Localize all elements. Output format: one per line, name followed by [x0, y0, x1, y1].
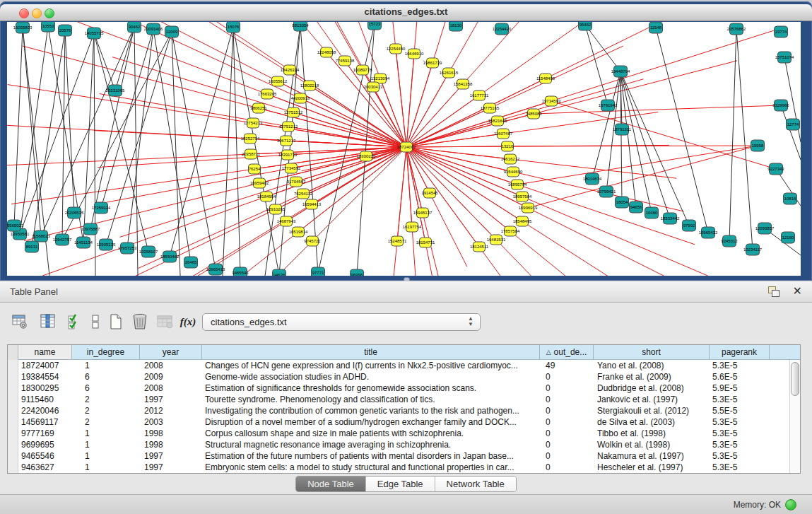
table-cell-pagerank[interactable]: 5.3E-5	[710, 428, 770, 438]
column-header-in_degree[interactable]: in_degree	[72, 345, 140, 360]
graph-edge[interactable]	[406, 147, 596, 276]
table-cell-in_degree[interactable]: 2	[72, 395, 140, 404]
graph-edge[interactable]	[170, 27, 233, 257]
row-header[interactable]	[8, 428, 18, 439]
float-panel-icon[interactable]	[768, 286, 779, 296]
table-cell-title[interactable]: Embryonic stem cells: a model to study s…	[202, 462, 540, 472]
graph-edge[interactable]	[406, 22, 553, 147]
table-cell-out_degree[interactable]: 0	[540, 417, 594, 427]
graph-edge[interactable]	[62, 30, 65, 240]
table-cell-short[interactable]: Yano et al. (2008)	[594, 361, 710, 370]
graph-edge[interactable]	[94, 33, 115, 90]
table-cell-year[interactable]: 1997	[140, 395, 202, 404]
graph-edge[interactable]	[153, 29, 191, 262]
table-cell-title[interactable]: Structural magnetic resonance image aver…	[202, 440, 540, 450]
table-cell-short[interactable]: Hescheler et al. (1997)	[594, 462, 710, 472]
graph-edge[interactable]	[585, 25, 608, 105]
graph-edge[interactable]	[528, 146, 758, 208]
network-canvas[interactable]: 1872400716055803105532057614055735904622…	[7, 22, 801, 276]
graph-edge[interactable]	[382, 147, 406, 276]
table-cell-out_degree[interactable]: 0	[540, 428, 594, 438]
graph-edge[interactable]	[729, 29, 736, 241]
deselect-all-icon[interactable]	[86, 312, 106, 332]
graph-edge[interactable]	[14, 28, 23, 226]
table-cell-out_degree[interactable]: 0	[540, 406, 594, 416]
graph-edge[interactable]	[406, 146, 507, 147]
graph-edge[interactable]	[310, 86, 406, 147]
table-cell-pagerank[interactable]: 5.5E-5	[710, 406, 770, 416]
table-cell-in_degree[interactable]: 1	[72, 428, 140, 438]
graph-edge[interactable]	[172, 32, 216, 269]
graph-edge[interactable]	[20, 33, 94, 234]
show-columns-icon[interactable]	[38, 312, 58, 332]
tab-edge-table[interactable]: Edge Table	[366, 477, 435, 491]
table-row[interactable]: 2242004622012Investigating the contribut…	[8, 405, 790, 416]
table-cell-short[interactable]: Stergiakouli et al. (2012)	[594, 406, 710, 416]
table-cell-title[interactable]: Estimation of the future numbers of pati…	[202, 451, 540, 461]
citation-network-graph[interactable]: 1872400716055803105532057614055735904622…	[7, 22, 801, 276]
table-cell-name[interactable]: 9465546	[18, 451, 72, 461]
table-cell-name[interactable]: 9777169	[18, 428, 72, 438]
column-header-pagerank[interactable]: pagerank	[710, 345, 770, 360]
window-title-bar[interactable]: citations_edges.txt	[0, 4, 812, 21]
table-cell-name[interactable]: 9463627	[18, 462, 72, 472]
table-cell-short[interactable]: Jankovic et al. (1997)	[594, 395, 710, 404]
graph-edge[interactable]	[233, 27, 240, 273]
row-header[interactable]	[8, 450, 18, 462]
table-row[interactable]: 946362711997Embryonic stem cells: a mode…	[8, 462, 790, 473]
table-cell-in_degree[interactable]: 2	[72, 406, 140, 416]
table-cell-name[interactable]: 9115460	[18, 395, 72, 404]
table-cell-in_degree[interactable]: 1	[72, 451, 140, 461]
table-cell-title[interactable]: Tourette syndrome. Phenomenology and cla…	[202, 395, 540, 404]
row-header[interactable]	[8, 405, 18, 416]
graph-edge[interactable]	[406, 101, 551, 147]
row-header[interactable]	[8, 371, 18, 382]
table-cell-in_degree[interactable]: 6	[72, 372, 140, 382]
table-cell-name[interactable]: 19384554	[18, 372, 72, 382]
table-cell-pagerank[interactable]: 5.3E-5	[710, 451, 770, 461]
graph-edge[interactable]	[303, 147, 406, 194]
table-cell-in_degree[interactable]: 6	[72, 383, 140, 393]
table-cell-pagerank[interactable]: 5.9E-5	[710, 383, 770, 393]
table-cell-year[interactable]: 1998	[140, 440, 202, 450]
table-cell-title[interactable]: Corpus callosum shape and size in male p…	[202, 428, 540, 438]
function-builder-icon[interactable]: f(x)	[178, 312, 198, 332]
graph-edge[interactable]	[406, 95, 479, 147]
graph-edge[interactable]	[736, 29, 753, 250]
graph-edge[interactable]	[406, 22, 596, 147]
table-cell-pagerank[interactable]: 5.3E-5	[710, 395, 770, 404]
graph-edge[interactable]	[94, 33, 148, 252]
table-cell-short[interactable]: Franke et al. (2009)	[594, 372, 710, 382]
row-header[interactable]	[8, 462, 18, 473]
table-cell-year[interactable]: 2008	[140, 361, 202, 370]
table-options-icon[interactable]	[10, 312, 30, 332]
table-cell-year[interactable]: 1998	[140, 428, 202, 438]
tab-network-table[interactable]: Network Table	[435, 477, 516, 491]
row-header[interactable]	[8, 360, 18, 371]
tab-node-table[interactable]: Node Table	[296, 477, 366, 491]
vertical-scrollbar[interactable]	[789, 360, 800, 474]
table-network-selector[interactable]: citations_edges.txt ▲▼	[202, 313, 481, 331]
table-cell-short[interactable]: Dudbridge et al. (2008)	[594, 383, 710, 393]
table-cell-out_degree[interactable]: 0	[540, 383, 594, 393]
table-cell-in_degree[interactable]: 1	[72, 440, 140, 450]
close-panel-icon[interactable]: ✕	[793, 284, 802, 298]
column-header-year[interactable]: year	[140, 345, 202, 360]
graph-edge[interactable]	[65, 30, 74, 213]
create-column-icon[interactable]	[106, 312, 126, 332]
graph-edge[interactable]	[406, 114, 534, 147]
graph-edge[interactable]	[517, 146, 758, 185]
table-cell-short[interactable]: Wolkin et al. (1998)	[594, 440, 710, 450]
graph-edge[interactable]	[66, 147, 406, 276]
table-cell-short[interactable]: Tibbo et al. (1998)	[594, 428, 710, 438]
table-cell-name[interactable]: 18724007	[18, 361, 72, 370]
table-cell-year[interactable]: 1997	[140, 451, 202, 461]
table-cell-pagerank[interactable]: 5.3E-5	[710, 417, 770, 427]
table-cell-name[interactable]: 22420046	[18, 406, 72, 416]
graph-edge[interactable]	[312, 147, 406, 241]
split-divider-handle[interactable]	[404, 277, 410, 281]
graph-edge[interactable]	[223, 27, 233, 276]
graph-edge[interactable]	[781, 105, 801, 160]
table-cell-in_degree[interactable]: 1	[72, 361, 140, 370]
graph-edge[interactable]	[172, 32, 180, 276]
